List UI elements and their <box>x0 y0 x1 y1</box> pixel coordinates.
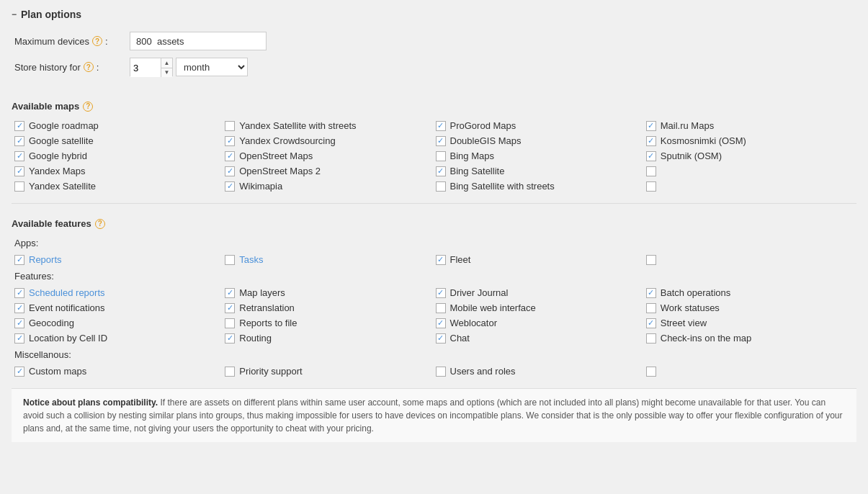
available-maps-help-icon[interactable]: ? <box>83 102 93 112</box>
feature-9-item: Reports to file <box>225 318 435 328</box>
page-title: Plan options <box>21 9 81 20</box>
map-0-checkbox[interactable] <box>14 121 24 131</box>
misc-3-checkbox[interactable] <box>646 367 656 377</box>
map-15-checkbox[interactable] <box>646 166 656 176</box>
history-number-input[interactable] <box>130 58 162 77</box>
map-11-checkbox[interactable] <box>646 151 656 161</box>
feature-9-checkbox[interactable] <box>225 318 235 328</box>
max-devices-input[interactable] <box>130 32 267 50</box>
collapse-icon[interactable]: − <box>12 9 17 19</box>
feature-15-checkbox[interactable] <box>646 333 656 343</box>
features-grid: Scheduled reportsMap layersDriver Journa… <box>12 287 856 343</box>
feature-14-checkbox[interactable] <box>436 333 446 343</box>
misc-0-checkbox[interactable] <box>14 367 24 377</box>
feature-11-item: Street view <box>646 318 856 328</box>
app-2-checkbox[interactable] <box>436 255 446 265</box>
feature-1-item: Map layers <box>225 287 435 298</box>
map-0-item: Google roadmap <box>14 120 225 131</box>
map-13-item: OpenStreet Maps 2 <box>225 166 435 176</box>
feature-3-checkbox[interactable] <box>646 288 656 298</box>
map-9-label: OpenStreet Maps <box>239 151 313 161</box>
feature-11-checkbox[interactable] <box>646 318 656 328</box>
app-3-checkbox[interactable] <box>646 255 656 265</box>
map-16-checkbox[interactable] <box>14 181 24 192</box>
map-4-label: Google satellite <box>29 135 94 146</box>
feature-13-label: Routing <box>239 333 272 343</box>
feature-3-label: Batch operations <box>661 287 731 298</box>
store-history-controls: ▲ ▼ month hour day year <box>130 58 248 76</box>
feature-13-checkbox[interactable] <box>225 333 235 343</box>
app-0-link[interactable]: Reports <box>29 254 62 265</box>
max-devices-row: Maximum devices ? : <box>12 32 856 50</box>
feature-8-label: Geocoding <box>29 318 74 328</box>
misc-2-item: Users and roles <box>436 366 646 377</box>
map-7-label: Kosmosnimki (OSM) <box>661 135 746 146</box>
feature-0-link[interactable]: Scheduled reports <box>29 287 105 298</box>
feature-4-checkbox[interactable] <box>14 303 24 313</box>
map-2-checkbox[interactable] <box>436 121 446 131</box>
feature-10-label: Weblocator <box>450 318 498 328</box>
history-number-up[interactable]: ▲ <box>161 58 172 68</box>
feature-9-label: Reports to file <box>239 318 297 328</box>
feature-10-item: Weblocator <box>436 318 646 328</box>
feature-6-checkbox[interactable] <box>436 303 446 313</box>
map-7-checkbox[interactable] <box>646 136 656 146</box>
app-1-link[interactable]: Tasks <box>239 254 263 265</box>
max-devices-help-icon[interactable]: ? <box>92 36 102 46</box>
app-1-checkbox[interactable] <box>225 255 235 265</box>
map-17-checkbox[interactable] <box>225 181 235 192</box>
available-features-help-icon[interactable]: ? <box>95 219 105 229</box>
misc-1-checkbox[interactable] <box>225 367 235 377</box>
app-0-checkbox[interactable] <box>14 255 24 265</box>
feature-1-label: Map layers <box>239 287 285 298</box>
feature-15-item: Check-ins on the map <box>646 333 856 343</box>
map-12-item: Yandex Maps <box>14 166 225 176</box>
map-10-checkbox[interactable] <box>436 151 446 161</box>
map-8-checkbox[interactable] <box>14 151 24 161</box>
feature-5-checkbox[interactable] <box>225 303 235 313</box>
map-12-checkbox[interactable] <box>14 166 24 176</box>
app-2-item: Fleet <box>436 254 646 265</box>
history-number-arrows: ▲ ▼ <box>161 58 172 77</box>
available-maps-title: Available maps ? <box>12 95 856 112</box>
feature-2-checkbox[interactable] <box>436 288 446 298</box>
app-0-item: Reports <box>14 254 225 265</box>
misc-1-item: Priority support <box>225 366 435 377</box>
map-2-label: ProGorod Maps <box>450 120 516 131</box>
feature-10-checkbox[interactable] <box>436 318 446 328</box>
feature-14-item: Chat <box>436 333 646 343</box>
feature-7-checkbox[interactable] <box>646 303 656 313</box>
history-unit-select[interactable]: month hour day year <box>176 58 248 76</box>
map-18-checkbox[interactable] <box>436 181 446 192</box>
notice-box: Notice about plans compatibility. If the… <box>12 388 856 442</box>
feature-4-label: Event notifications <box>29 302 105 313</box>
map-6-label: DoubleGIS Maps <box>450 135 522 146</box>
map-6-checkbox[interactable] <box>436 136 446 146</box>
misc-grid: Custom mapsPriority supportUsers and rol… <box>12 366 856 377</box>
map-19-checkbox[interactable] <box>646 181 656 192</box>
map-1-checkbox[interactable] <box>225 121 235 131</box>
map-14-checkbox[interactable] <box>436 166 446 176</box>
divider-1 <box>12 203 856 204</box>
map-3-checkbox[interactable] <box>646 121 656 131</box>
map-13-checkbox[interactable] <box>225 166 235 176</box>
history-number-down[interactable]: ▼ <box>161 68 172 78</box>
map-3-item: Mail.ru Maps <box>646 120 856 131</box>
map-1-label: Yandex Satellite with streets <box>239 120 356 131</box>
map-9-item: OpenStreet Maps <box>225 151 435 161</box>
feature-1-checkbox[interactable] <box>225 288 235 298</box>
feature-7-label: Work statuses <box>661 302 720 313</box>
app-1-item: Tasks <box>225 254 435 265</box>
store-history-help-icon[interactable]: ? <box>84 62 94 72</box>
map-4-checkbox[interactable] <box>14 136 24 146</box>
available-features-title: Available features ? <box>12 212 856 229</box>
map-5-checkbox[interactable] <box>225 136 235 146</box>
map-17-label: Wikimapia <box>239 181 282 192</box>
feature-12-checkbox[interactable] <box>14 333 24 343</box>
feature-0-checkbox[interactable] <box>14 288 24 298</box>
map-9-checkbox[interactable] <box>225 151 235 161</box>
feature-8-checkbox[interactable] <box>14 318 24 328</box>
features-label: Features: <box>12 271 856 282</box>
misc-2-checkbox[interactable] <box>436 367 446 377</box>
map-19-item <box>646 181 856 192</box>
